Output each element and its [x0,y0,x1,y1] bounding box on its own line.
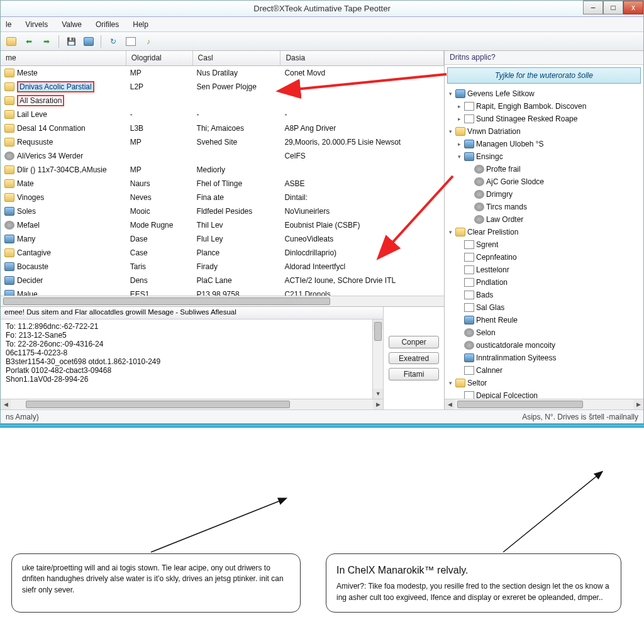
conper-button[interactable]: Conper [389,336,439,348]
doc-icon [464,391,474,399]
table-row[interactable]: Lail Leve--- [1,108,444,121]
gear-icon [464,341,474,350]
menu-item[interactable]: Orifiles [93,19,121,30]
table-row[interactable]: Dnivas Acolic ParstialL2PSen Power Plojg… [1,80,444,94]
menu-item[interactable]: Valwe [59,19,84,30]
tree-item[interactable]: Law Ordter [447,213,641,226]
expand-icon[interactable]: ▸ [456,141,462,147]
tree-item[interactable]: ▸Managen Ulobeh °S [447,138,641,150]
cell: P13,98.9758 [193,290,281,296]
table-row[interactable]: ReqususteMPSvehed Site29,Mooris, 20.000.… [1,135,444,149]
log-line: B3ster1154-30_ocet698 otdot.1.862-1010-2… [6,357,378,366]
minimize-button[interactable]: – [583,1,603,14]
table-row[interactable]: MefaelMode RugneThil LevEoubnist Plaie (… [1,218,444,232]
table-row[interactable]: BocausteTarisFiradyAldorad Inteertfycl [1,260,444,274]
tree-view[interactable]: ▾Gevens Lefe Sitkow▸Rapit, Engigh Bambok… [445,86,643,399]
menu-item[interactable]: le [3,19,14,30]
table-row[interactable]: VinogesNevesFina ateDintail: [1,191,444,204]
table-row[interactable]: ManyDaseFlul LeyCuneoVidleats [1,232,444,246]
column-header[interactable]: Ologridal [126,51,193,65]
toolbar-monitor-icon[interactable] [82,35,96,48]
table-row[interactable]: MateNaursFhel of TlingeASBE [1,177,444,191]
toolbar-doc-icon[interactable] [124,35,138,48]
toolbar-refresh-icon[interactable]: ↻ [106,35,120,48]
close-button[interactable]: x [623,1,643,14]
tree-item[interactable]: Cepnfeatino [447,251,641,264]
expand-icon[interactable]: ▾ [447,128,453,135]
cell: - [280,110,444,119]
table-row[interactable]: Dlir () 11x7-304CB,AMusieMPMediorly [1,163,444,177]
expand-icon[interactable]: ▾ [447,91,453,97]
cell: MP [126,138,193,147]
vertical-scrollbar[interactable]: ▲▼ [372,319,383,399]
side-panel-search[interactable]: Tyjkle for the wuterorato šolle [447,67,641,84]
toolbar-music-icon[interactable]: ♪ [142,35,155,48]
tree-item[interactable]: Profte frail [447,163,641,175]
tree-item[interactable]: Selon [447,326,641,339]
tree-item[interactable]: Inntralinmation Syiteess [447,352,641,364]
horizontal-scrollbar[interactable] [1,296,444,306]
maximize-button[interactable]: □ [603,1,623,14]
tree-item[interactable]: ▾Clear Prelistion [447,226,641,238]
toolbar-forward-icon[interactable]: ➡ [40,35,53,48]
expand-icon[interactable]: ▾ [456,153,462,160]
tree-item[interactable]: ▾Gevens Lefe Sitkow [447,87,641,100]
menu-item[interactable]: Help [130,19,151,30]
app-icon [4,262,14,271]
table-row[interactable]: MesteMPNus DratilayConet Movd [1,66,444,80]
callout-left: uke taire/proetting will and ai togis st… [11,553,301,613]
toolbar-open-icon[interactable] [4,35,18,48]
tree-item[interactable]: AjC Gorie Slodce [447,175,641,188]
tree-item[interactable]: Sal Glas [447,301,641,314]
tree-item[interactable]: ▾Seltor [447,377,641,389]
folder-icon [4,138,14,147]
tree-label: Bads [476,291,493,299]
application-window: Drect®XTeok Autimative Tape Peotter – □ … [0,0,644,424]
svg-line-2 [151,501,280,552]
table-row[interactable]: MalueEES1P13,98.9758C211 Dronols [1,287,444,296]
tree-item[interactable]: ▾Ensingc [447,150,641,163]
horizontal-scrollbar[interactable]: ◀▶ [1,399,383,409]
table-row[interactable]: SolesMooicFldfedel PesidesNoViuneirlers [1,204,444,218]
tree-item[interactable]: ousticatdorale moncoity [447,339,641,352]
column-header[interactable]: me [1,51,126,65]
table-row[interactable]: AliVerics 34 WerderCelFS [1,149,444,163]
table-row[interactable]: CantagiveCasePlanceDinlocdrillaprio) [1,246,444,260]
tree-item[interactable]: Lesttelonr [447,264,641,276]
expand-icon[interactable]: ▾ [447,229,453,235]
tree-item[interactable]: Phent Reule [447,314,641,326]
tree-item[interactable]: ▸Rapit, Engigh Bambok. Discoven [447,100,641,113]
tree-item[interactable]: Drimgry [447,188,641,201]
tree-item[interactable]: Sgrent [447,238,641,251]
menu-item[interactable]: Virvels [23,19,50,30]
tree-item[interactable]: ▸Sund Stinagee Resked Roape [447,113,641,125]
message-text[interactable]: To: 11.2:896dnc:-62-722-21Fo: 213-12-San… [1,319,383,399]
cell: A8P Ang Driver [280,124,444,133]
table-row[interactable]: DeciderDensPlaC LaneACTIe/2 Ioune, SChor… [1,274,444,287]
tree-item[interactable]: Pndlation [447,276,641,289]
expand-icon[interactable]: ▾ [447,380,453,386]
column-header[interactable]: Dasia [280,51,444,65]
tree-item[interactable]: Calnner [447,364,641,377]
column-header[interactable]: Casl [193,51,281,65]
tree-item[interactable]: ▾Vnwn Datriation [447,125,641,138]
tree-label: Pndlation [476,278,508,287]
horizontal-scrollbar[interactable]: ◀▶ [445,399,643,409]
exeatred-button[interactable]: Exeatred [389,352,439,365]
data-grid[interactable]: MesteMPNus DratilayConet MovdDnivas Acol… [1,66,444,296]
row-name: AliVerics 34 Werder [17,152,83,160]
expand-icon[interactable]: ▸ [456,116,462,122]
toolbar-save-icon[interactable]: 💾 [64,35,78,48]
tree-item[interactable]: Bads [447,289,641,301]
tree-item[interactable]: Depical Folcection [447,389,641,399]
tree-label: Rapit, Engigh Bambok. Discoven [476,102,586,111]
tree-item[interactable]: Tircs mands [447,201,641,213]
fitami-button[interactable]: Fitami [389,368,439,380]
table-row[interactable]: Desal 14 ConmationL3BThi; AmaicoesA8P An… [1,121,444,135]
table-row[interactable]: All Sasration [1,94,444,108]
expand-icon[interactable]: ▸ [456,103,462,109]
row-name: Reqususte [17,138,53,147]
toolbar-back-icon[interactable]: ⬅ [22,35,36,48]
gear-icon [4,221,14,230]
titlebar[interactable]: Drect®XTeok Autimative Tape Peotter – □ … [1,1,643,17]
